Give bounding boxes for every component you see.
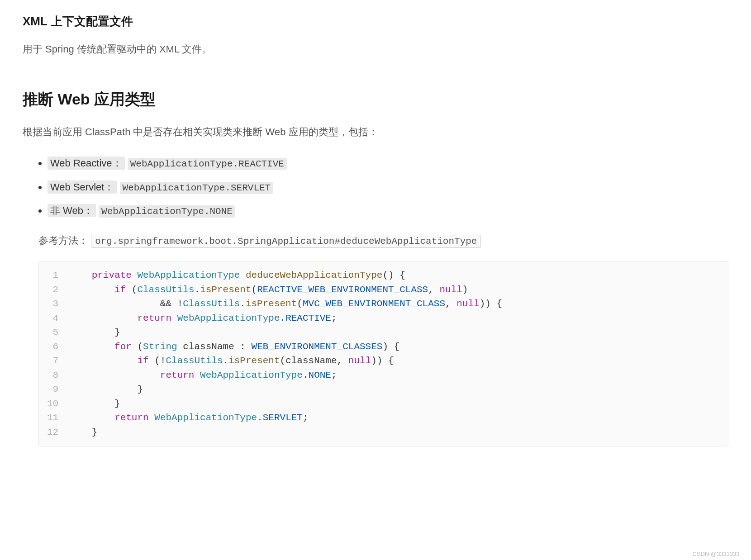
web-type-list: Web Reactive： WebApplicationType.REACTIV… xyxy=(23,154,728,220)
list-item: Web Servlet： WebApplicationType.SERVLET xyxy=(48,178,728,197)
xml-config-heading: XML 上下文配置文件 xyxy=(23,14,728,29)
line-number: 3 xyxy=(47,297,58,311)
line-number: 10 xyxy=(47,397,58,411)
line-number-gutter: 1 2 3 4 5 6 7 8 9 10 11 12 xyxy=(39,261,64,446)
line-number: 12 xyxy=(47,425,58,440)
list-item: Web Reactive： WebApplicationType.REACTIV… xyxy=(48,154,728,173)
item-label: Web Servlet： xyxy=(48,180,117,194)
line-number: 11 xyxy=(47,411,58,425)
xml-config-desc: 用于 Spring 传统配置驱动中的 XML 文件。 xyxy=(23,41,728,57)
item-label: 非 Web： xyxy=(48,204,96,217)
line-number: 7 xyxy=(47,354,58,368)
code-block: 1 2 3 4 5 6 7 8 9 10 11 12 private WebAp… xyxy=(38,261,728,446)
line-number: 6 xyxy=(47,340,58,354)
line-number: 8 xyxy=(47,368,58,383)
list-item: 非 Web： WebApplicationType.NONE xyxy=(48,202,728,220)
item-code: WebApplicationType.SERVLET xyxy=(120,182,274,194)
item-code: WebApplicationType.REACTIVE xyxy=(128,158,287,170)
item-code: WebApplicationType.NONE xyxy=(99,205,235,218)
reference-label: 参考方法： xyxy=(38,235,88,246)
line-number: 9 xyxy=(47,382,58,397)
infer-web-type-desc: 根据当前应用 ClassPath 中是否存在相关实现类来推断 Web 应用的类型… xyxy=(23,123,728,140)
item-label: Web Reactive： xyxy=(48,157,125,170)
infer-web-type-heading: 推断 Web 应用类型 xyxy=(23,89,728,110)
reference-method: 参考方法： org.springframework.boot.SpringApp… xyxy=(38,234,728,247)
line-number: 5 xyxy=(47,325,58,340)
code-body: private WebApplicationType deduceWebAppl… xyxy=(64,261,511,446)
reference-value: org.springframework.boot.SpringApplicati… xyxy=(91,235,481,248)
line-number: 4 xyxy=(47,311,58,326)
line-number: 1 xyxy=(47,268,58,283)
line-number: 2 xyxy=(47,283,58,297)
